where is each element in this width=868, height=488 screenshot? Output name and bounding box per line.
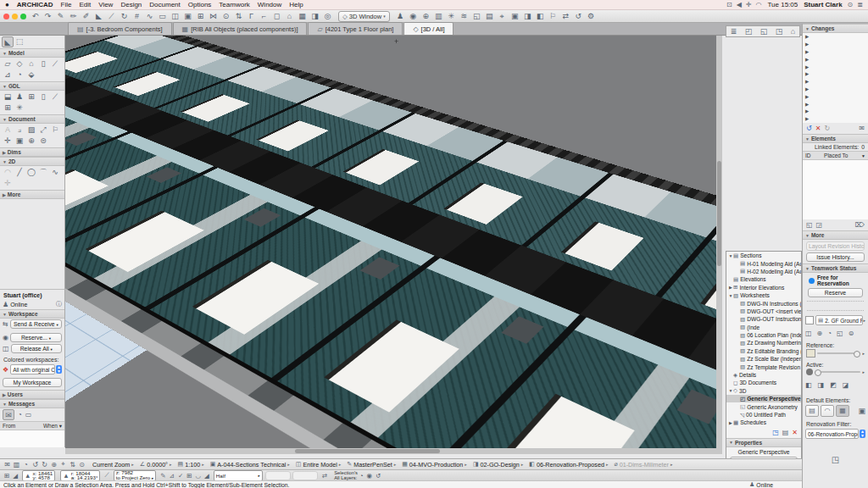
menu-teamwork[interactable]: Teamwork — [219, 1, 249, 8]
navigator-item[interactable]: ▧Zz Editable Branding (indepe — [726, 347, 801, 355]
properties-section-header[interactable]: ▼Properties — [726, 438, 801, 447]
half-select[interactable]: Half▸ — [214, 470, 263, 481]
menu-document[interactable]: Document — [149, 1, 180, 8]
navigator-item[interactable]: ◰Generic Perspective — [726, 395, 801, 402]
corner-icon[interactable]: Γ — [245, 11, 258, 22]
target-icon[interactable]: ◎ — [321, 11, 334, 22]
layers-icon[interactable]: ▥ — [432, 11, 445, 22]
layers-undo-icon[interactable]: ↺ — [376, 472, 381, 480]
quick-option-2[interactable]: ▤1:100▸ — [178, 461, 204, 469]
roof-icon[interactable]: ⌂ — [283, 11, 296, 22]
trash-icon[interactable]: ⌦ — [855, 221, 865, 229]
project-map-icon[interactable]: ◰ — [745, 27, 753, 36]
default-elements-toggle-1[interactable]: ▤ — [805, 405, 819, 417]
door-tool-icon[interactable]: ◇ — [14, 58, 25, 69]
workspace-section-header[interactable]: ▼Workspace — [0, 309, 64, 319]
figure-tool-icon[interactable]: ▣ — [14, 136, 25, 147]
messages-from-column[interactable]: From — [3, 423, 15, 429]
tab-0[interactable]: ▤[-3. Bedroom Components] — [68, 22, 172, 35]
xy-coordinate-box[interactable]: ▲ x: 18461 y: 4578 — [22, 470, 55, 481]
menu-file[interactable]: File — [61, 1, 72, 8]
navigator-item[interactable]: ◱Generic Axonometry — [726, 402, 801, 410]
wall-tool-icon[interactable]: ▱ — [2, 58, 14, 69]
sync-changes-icon[interactable]: ↻ — [824, 125, 830, 132]
tracker-pen-icon[interactable]: ⟋ — [104, 471, 108, 480]
navigator-item[interactable]: ▧DWG-IN Instructions (indepe — [726, 299, 801, 307]
text-tool-icon[interactable]: A — [2, 125, 14, 136]
add-story-icon[interactable]: ⊕ — [817, 330, 823, 337]
floor-checkbox[interactable] — [805, 316, 814, 324]
sheet-icon[interactable]: ▥ — [12, 461, 21, 469]
trace-ref-icon-2[interactable]: ◨ — [818, 381, 825, 389]
navigator-item[interactable]: ▧06 Location Plan (independe — [726, 331, 801, 339]
magnet-mini-icon[interactable]: ◡ — [196, 472, 202, 480]
elements-placedto-column[interactable]: Placed To — [811, 152, 862, 158]
send-receive-button[interactable]: Send & Receive ▾ — [10, 319, 62, 329]
trace-ref-icon-3[interactable]: ◩ — [830, 381, 837, 389]
publisher-icon[interactable]: ⌂ — [791, 27, 795, 36]
my-workspace-button[interactable]: My Workspace — [3, 378, 62, 387]
railing-tool-icon[interactable]: ▯ — [37, 92, 49, 103]
unlink-element-icon[interactable]: ◲ — [816, 221, 823, 229]
zoom-out-icon[interactable]: ↺ — [31, 461, 40, 469]
window-zoom-button[interactable] — [20, 14, 26, 19]
mail-changes-icon[interactable]: ✉ — [859, 125, 865, 132]
dimension-tool-icon[interactable]: ⟓ — [14, 125, 25, 136]
renovation-filter-stepper[interactable]: ▲▼ — [860, 430, 865, 438]
morph-tool-icon[interactable]: ⊞ — [2, 103, 14, 114]
undo-icon[interactable]: ↶ — [29, 11, 42, 22]
toolbox-section-model[interactable]: ▼Model — [0, 48, 64, 58]
object-tool-icon[interactable]: ⬓ — [2, 92, 14, 103]
quick-option-5[interactable]: ✎MasterPenSet▸ — [347, 461, 396, 469]
volume-icon[interactable]: ◀ — [737, 1, 742, 8]
pan-icon[interactable]: ⌖ — [58, 460, 68, 469]
tracker-grid-icon[interactable]: ⊞ — [4, 472, 9, 480]
cloud-icon[interactable]: ≋ — [458, 11, 470, 22]
navigator-item[interactable]: ▶⊞Interior Elevations — [726, 284, 801, 291]
pending-icon[interactable]: ◔ — [18, 411, 22, 419]
toolbox-section-dims[interactable]: ▶Dims — [0, 147, 64, 157]
save-view-icon[interactable]: ◳ — [772, 429, 779, 436]
slab-icon[interactable]: ▭ — [156, 11, 169, 22]
active-swatch[interactable] — [806, 369, 813, 375]
favorites-icon[interactable]: ▣ — [858, 407, 865, 415]
notification-center-icon[interactable]: ≣ — [857, 1, 863, 8]
menu-design[interactable]: Design — [120, 1, 142, 8]
refresh-changes-icon[interactable]: ↺ — [806, 125, 812, 132]
pen-mini-icon[interactable]: ✎ — [160, 472, 165, 480]
project-chooser-icon[interactable]: ≣ — [731, 27, 737, 36]
quick-option-3[interactable]: ▣A-044-Sections Technical▸ — [210, 461, 290, 469]
mesh-tool-icon[interactable]: ⬙ — [25, 69, 37, 80]
menu-options[interactable]: Options — [188, 1, 212, 8]
trace-ref-icon-1[interactable]: ◧ — [805, 381, 812, 389]
tab-2[interactable]: ▱[4201 Type 1 Floor plan] — [308, 22, 403, 35]
paste-icon[interactable]: ▤ — [483, 11, 496, 22]
navigator-item[interactable]: ▧DWG-OUT <insert view name — [726, 308, 801, 315]
change-row[interactable]: ▶ — [803, 108, 868, 115]
fit-view-icon[interactable]: ⊕ — [420, 11, 432, 22]
navigator-item[interactable]: ◻3D Documents — [726, 379, 801, 386]
settings-icon[interactable]: ⚙ — [585, 11, 598, 22]
ok-button[interactable] — [265, 471, 291, 480]
default-elements-toggle-3[interactable]: ▦ — [836, 405, 849, 417]
view-map-icon[interactable]: ◱ — [760, 27, 768, 36]
navigator-item[interactable]: ◹00 Untitled Path — [726, 411, 801, 419]
intersect-icon[interactable]: ⋈ — [207, 11, 220, 22]
polyline-tool-icon[interactable]: ⌒ — [37, 167, 49, 178]
link-icon[interactable]: ⇄ — [559, 11, 572, 22]
delete-view-icon[interactable]: ✕ — [792, 429, 798, 436]
messages-section-header[interactable]: ▼Messages — [0, 399, 64, 408]
hotspot2-tool-icon[interactable]: ✛ — [2, 178, 14, 189]
lamp-tool-icon[interactable]: ♟ — [14, 92, 25, 103]
reserve-button[interactable]: Reserve... ▾ — [10, 333, 62, 342]
floor-select[interactable]: ▤2. GF Ground Floor — [815, 315, 863, 325]
angle-mini-icon[interactable]: ⊿ — [170, 472, 175, 480]
display-icon[interactable]: ⊡ — [726, 1, 732, 8]
trace-ref-icon-4[interactable]: ◪ — [843, 381, 849, 389]
release-all-button[interactable]: Release All ▾ — [11, 344, 62, 353]
roof-tool-icon[interactable]: ⊿ — [2, 69, 14, 80]
quick-option-4[interactable]: ◫Entire Model▸ — [296, 461, 342, 469]
quick-option-6[interactable]: ▦04-MVO-Production▸ — [402, 461, 467, 469]
window-close-button[interactable] — [3, 14, 9, 19]
menu-edit[interactable]: Edit — [79, 1, 91, 8]
